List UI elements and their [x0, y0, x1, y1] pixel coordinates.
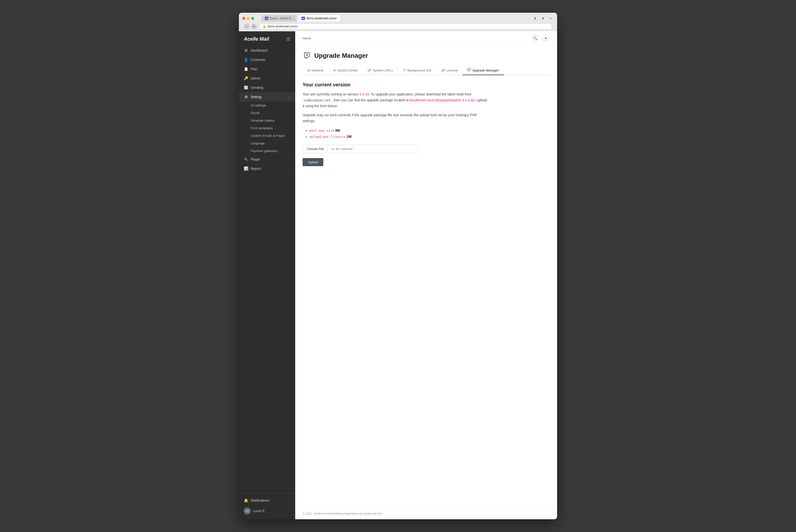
limits-list: post_max_size 8M upload_max_filesize 2M — [303, 128, 489, 140]
browser-tab-1[interactable]: M Demo - Acelle E... — [261, 15, 297, 21]
main-footer: © 2022. Acelle Email Marketing Applicati… — [295, 508, 557, 519]
path-link: [acellemail source]/upgrade/patch-4.x.x.… — [410, 98, 475, 102]
system-email-tab-icon: ✉ — [333, 69, 336, 72]
minimize-button[interactable] — [247, 17, 250, 20]
sidebar: Acelle Mail ☰ ⊞ Dashboard 👤 Customer › — [239, 31, 295, 519]
language-label: Language — [251, 141, 265, 145]
tab-general[interactable]: ⊟ General — [303, 66, 328, 75]
sidebar-item-plugin[interactable]: 🔌 Plugin › — [239, 155, 295, 164]
tab-favicon-2: M — [302, 17, 305, 20]
admin-icon: 🔑 — [244, 76, 248, 80]
share-icon[interactable]: ⬆ — [540, 15, 546, 21]
sidebar-menu-icon[interactable]: ☰ — [286, 36, 290, 42]
sidebar-item-label-plan: Plan — [251, 67, 258, 71]
maximize-button[interactable] — [251, 17, 254, 20]
sending-chevron-icon: › — [289, 86, 290, 89]
sidebar-item-language[interactable]: Language — [239, 139, 295, 147]
list-item-upload-max: upload_max_filesize 2M — [309, 134, 489, 140]
sidebar-item-admin[interactable]: 🔑 Admin › — [239, 74, 295, 83]
tab-system-email-label: System Email — [337, 69, 358, 72]
custom-emails-label: Custom Emails & Pages — [251, 134, 285, 137]
browser-chrome: M Demo - Acelle E... M demo.acellemail.c… — [239, 13, 557, 31]
sidebar-item-payment-gateways[interactable]: Payment gateways — [239, 147, 295, 155]
tab-license-label: License — [447, 69, 458, 72]
header-actions: 🔍 ✦ — [531, 34, 550, 42]
sidebar-item-label-plugin: Plugin — [251, 157, 260, 161]
upload-max-filesize-key: upload_max_filesize — [309, 135, 346, 138]
upgrade-manager-tab-icon — [468, 68, 471, 72]
tab-system-email[interactable]: ✉ System Email — [328, 66, 362, 75]
tab-system-urls-label: System URLs — [373, 69, 393, 72]
refresh-button[interactable]: ↻ — [251, 23, 257, 30]
sidebar-item-notifications[interactable]: 🔔 Notifications › — [239, 496, 295, 505]
address-bar[interactable]: 🔒 demo.acellemail.com/u — [259, 23, 552, 30]
new-tab-icon[interactable]: + — [548, 15, 554, 21]
oauth-label: OAuth — [251, 111, 260, 115]
sidebar-item-sending[interactable]: 🔄 Sending › — [239, 83, 295, 92]
tab-general-label: General — [311, 69, 323, 72]
description-paragraph-1: Your are currently running on version 4.… — [303, 92, 489, 109]
browser-actions: ⬇ ⬆ + — [532, 15, 554, 21]
post-max-size-value: 8M — [335, 129, 340, 132]
tabs-bar: ⊟ General ✉ System Email 🔗 System URLs ⏱… — [303, 66, 550, 75]
sidebar-item-report[interactable]: 📊 Report › — [239, 164, 295, 173]
sidebar-item-user[interactable]: LP Louis P. › — [239, 505, 295, 517]
tab-upgrade-manager[interactable]: Upgrade Manager — [462, 66, 504, 75]
page-title-area: Upgrade Manager — [303, 51, 550, 60]
sidebar-bottom: 🔔 Notifications › LP Louis P. › — [239, 493, 295, 519]
upload-button[interactable]: Upload — [303, 158, 323, 166]
tab-favicon-1: M — [265, 17, 268, 20]
sidebar-item-setting[interactable]: ⚙ Setting ∨ — [239, 92, 295, 101]
tab-system-urls[interactable]: 🔗 System URLs — [362, 66, 398, 75]
upload-max-filesize-value: 2M — [347, 135, 352, 138]
tab-upgrade-manager-label: Upgrade Manager — [472, 69, 499, 72]
user-label: Louis P. — [253, 509, 265, 513]
sidebar-item-customer[interactable]: 👤 Customer › — [239, 55, 295, 64]
sidebar-item-oauth[interactable]: OAuth — [239, 109, 295, 117]
tab-background-job[interactable]: ⏱ Background Job — [398, 66, 436, 75]
main-content: Home 🔍 ✦ Upgrade Manager — [295, 31, 557, 519]
traffic-lights — [242, 17, 254, 20]
sidebar-item-all-settings[interactable]: All settings — [239, 101, 295, 109]
browser-tabs-bar: M Demo - Acelle E... M demo.acellemail.c… — [261, 15, 340, 21]
sidebar-item-form-templates[interactable]: Form templates — [239, 124, 295, 132]
back-button[interactable]: ‹ — [244, 23, 250, 30]
file-upload-row: Choose File no file selected — [303, 145, 418, 153]
desc-text-1: Your are currently running on version — [303, 92, 360, 96]
tab-background-job-label: Background Job — [407, 69, 431, 72]
plugin-chevron-icon: › — [289, 158, 290, 161]
desc-text-2: . To upgrade your application, please do… — [369, 92, 471, 96]
sidebar-item-template-gallery[interactable]: Template Gallery — [239, 117, 295, 124]
plugin-icon: 🔌 — [244, 157, 248, 162]
report-chevron-icon: › — [289, 167, 290, 170]
sidebar-item-plan[interactable]: 📋 Plan › — [239, 64, 295, 74]
browser-tab-2[interactable]: M demo.acellemail.com/u — [298, 15, 340, 21]
tab-license[interactable]: 🔗 License — [436, 66, 463, 75]
main-body: Upgrade Manager ⊟ General ✉ System Email… — [295, 45, 557, 508]
theme-toggle-button[interactable]: ✦ — [542, 34, 550, 42]
plan-chevron-icon: › — [289, 68, 290, 71]
sidebar-item-custom-emails[interactable]: Custom Emails & Pages — [239, 132, 295, 139]
warning-paragraph: Upgrade may not work correctly if the up… — [303, 112, 489, 124]
customer-icon: 👤 — [244, 57, 248, 62]
customer-chevron-icon: › — [289, 58, 290, 61]
sidebar-item-dashboard[interactable]: ⊞ Dashboard — [239, 46, 295, 55]
sidebar-item-label-dashboard: Dashboard — [251, 49, 267, 52]
download-icon[interactable]: ⬇ — [532, 15, 538, 21]
choose-file-button[interactable]: Choose File — [303, 145, 328, 153]
app-logo: Acelle Mail — [244, 36, 269, 42]
tab-label-2: demo.acellemail.com/u — [306, 17, 337, 20]
notifications-icon: 🔔 — [244, 498, 248, 502]
search-button[interactable]: 🔍 — [531, 34, 539, 42]
sidebar-item-label-admin: Admin — [251, 76, 261, 80]
sidebar-item-label-setting: Setting — [251, 95, 261, 99]
browser-window: M Demo - Acelle E... M demo.acellemail.c… — [239, 13, 557, 519]
section-title: Your current version — [303, 82, 489, 88]
lock-icon: 🔒 — [263, 25, 266, 28]
footer-text: © 2022. Acelle Email Marketing Applicati… — [303, 512, 383, 515]
browser-address-bar: ‹ ↻ 🔒 demo.acellemail.com/u — [242, 23, 554, 31]
setting-icon: ⚙ — [244, 95, 248, 99]
close-button[interactable] — [242, 17, 245, 20]
form-templates-label: Form templates — [251, 126, 273, 130]
background-job-tab-icon: ⏱ — [403, 69, 406, 72]
